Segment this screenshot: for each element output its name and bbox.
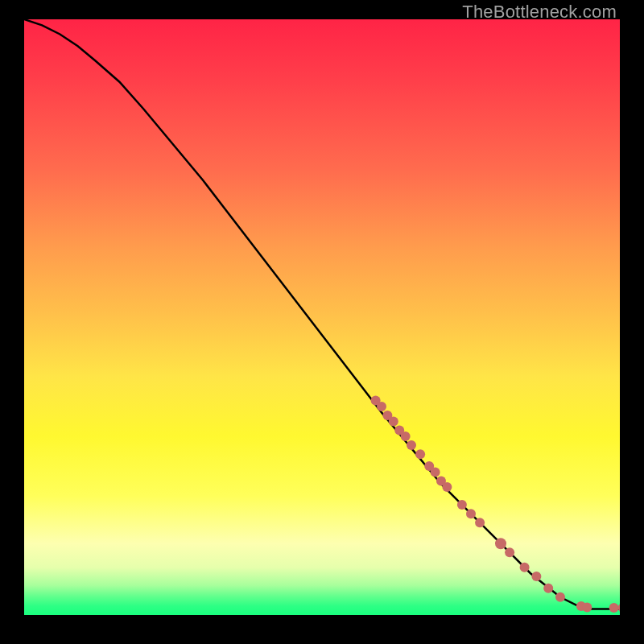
plot-area — [24, 19, 620, 615]
gradient-background — [24, 19, 620, 615]
